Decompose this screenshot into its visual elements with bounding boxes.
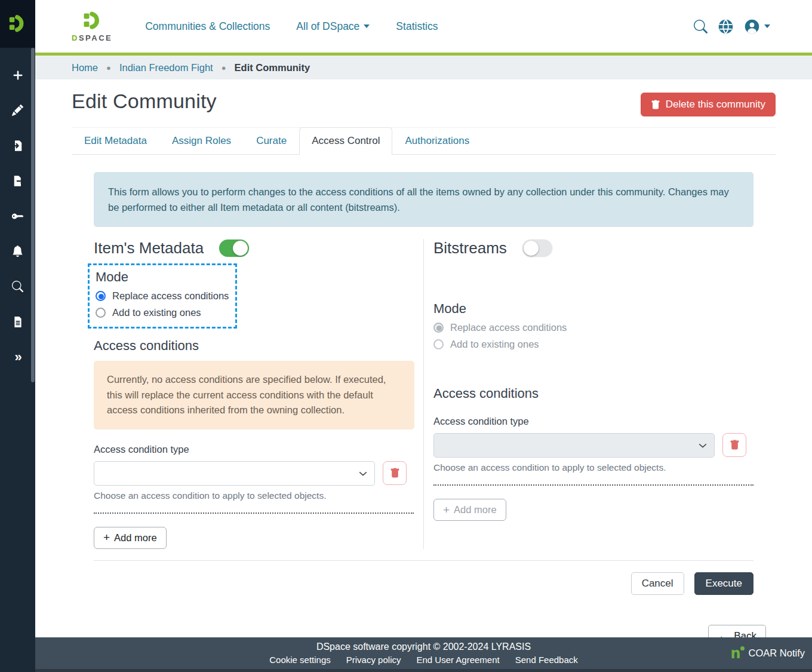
- language-button[interactable]: [718, 19, 734, 35]
- bitstreams-condition-type-label: Access condition type: [433, 416, 753, 427]
- tab-edit-metadata[interactable]: Edit Metadata: [72, 127, 159, 154]
- access-conditions-heading: Access conditions: [94, 338, 414, 354]
- cancel-button[interactable]: Cancel: [631, 572, 684, 595]
- coar-notify-link[interactable]: n COAR Notify: [730, 648, 805, 659]
- metadata-toggle[interactable]: [219, 240, 249, 257]
- tab-authorizations[interactable]: Authorizations: [392, 127, 482, 154]
- tab-curate[interactable]: Curate: [244, 127, 299, 154]
- breadcrumb-community[interactable]: Indian Freedom Fight: [119, 62, 213, 73]
- add-more-button[interactable]: + Add more: [94, 527, 167, 549]
- radio-icon: [96, 308, 106, 318]
- footer-link-cookie-settings[interactable]: Cookie settings: [269, 655, 331, 665]
- breadcrumb-current: Edit Community: [235, 62, 310, 73]
- nav-link-all-dspace[interactable]: All of DSpace: [296, 20, 370, 33]
- breadcrumb-separator: ●: [106, 63, 111, 72]
- page-title: Edit Community: [72, 90, 217, 113]
- tab-assign-roles[interactable]: Assign Roles: [159, 127, 244, 154]
- chevron-down-icon: [364, 24, 370, 28]
- chevron-down-icon: [764, 24, 770, 28]
- back-button[interactable]: ← Back: [708, 625, 766, 638]
- dotted-divider: [433, 484, 753, 486]
- radio-icon: [433, 339, 444, 349]
- chevron-down-icon: [359, 470, 367, 478]
- access-condition-type-select[interactable]: [94, 461, 375, 486]
- mode-highlight-box: Mode Replace access conditions Add to ex…: [88, 263, 237, 329]
- coar-notify-label: COAR Notify: [749, 648, 805, 659]
- bitstreams-radio-replace: Replace access conditions: [433, 322, 753, 333]
- globe-icon: [718, 19, 734, 35]
- bitstreams-select-helper-text: Choose an access condition to apply to s…: [433, 462, 753, 473]
- breadcrumb: Home ● Indian Freedom Fight ● Edit Commu…: [35, 56, 812, 79]
- access-condition-type-label: Access condition type: [94, 444, 414, 455]
- bitstreams-add-more-button: + Add more: [433, 499, 506, 521]
- trash-icon: [651, 100, 660, 110]
- sidebar-item-new[interactable]: [0, 57, 35, 93]
- sidebar-item-reports[interactable]: [0, 304, 35, 339]
- breadcrumb-home[interactable]: Home: [72, 62, 98, 73]
- top-navbar: DSPACE Communities & Collections All of …: [35, 0, 812, 53]
- dspace-glyph-icon: [81, 11, 103, 32]
- tab-bar: Edit Metadata Assign Roles Curate Access…: [72, 127, 776, 155]
- plus-icon: +: [443, 505, 450, 515]
- sidebar-item-edit[interactable]: [0, 93, 35, 128]
- footer-link-send-feedback[interactable]: Send Feedback: [515, 655, 578, 665]
- plus-icon: +: [103, 533, 110, 542]
- radio-icon: [433, 323, 444, 333]
- tab-access-control[interactable]: Access Control: [299, 127, 392, 155]
- execute-button[interactable]: Execute: [694, 572, 753, 595]
- toggle-knob: [524, 241, 539, 256]
- double-chevron-right-icon: »: [14, 349, 20, 365]
- remove-condition-button[interactable]: [383, 461, 407, 485]
- main-content: Edit Community Delete this community Edi…: [35, 79, 812, 637]
- dotted-divider: [94, 513, 414, 514]
- brand-wordmark: DSPACE: [72, 33, 112, 42]
- bitstreams-toggle[interactable]: [522, 240, 552, 257]
- trash-icon: [390, 468, 400, 478]
- plus-icon: [12, 69, 24, 81]
- bitstreams-remove-condition-button[interactable]: [722, 433, 746, 457]
- sidebar-item-notifications[interactable]: [0, 234, 35, 269]
- search-icon: [12, 281, 23, 292]
- file-import-icon: [12, 140, 24, 152]
- key-icon: [12, 210, 24, 222]
- sidebar-expand[interactable]: »: [0, 339, 35, 375]
- radio-replace-access-conditions[interactable]: Replace access conditions: [96, 290, 229, 302]
- bitstreams-condition-type-select: [433, 433, 715, 458]
- bitstreams-radio-add: Add to existing ones: [433, 339, 753, 350]
- search-icon: [694, 20, 708, 33]
- search-button[interactable]: [694, 20, 708, 33]
- nav-link-statistics[interactable]: Statistics: [396, 20, 438, 33]
- radio-icon: [96, 291, 106, 301]
- edit-community-page: » DSPACE Communities & Collections All o…: [0, 0, 812, 672]
- metadata-section: Item's Metadata Mode Replace access cond…: [94, 239, 424, 549]
- dspace-logo-mini[interactable]: [0, 0, 35, 48]
- delete-community-button[interactable]: Delete this community: [641, 93, 776, 116]
- pencil-icon: [12, 105, 23, 116]
- footer: DSpace software copyright © 2002-2024 LY…: [35, 637, 812, 672]
- chevron-down-icon: [699, 441, 707, 450]
- person-circle-icon: [744, 19, 760, 35]
- radio-add-to-existing[interactable]: Add to existing ones: [96, 307, 229, 318]
- trash-icon: [730, 440, 740, 450]
- footer-link-end-user-agreement[interactable]: End User Agreement: [416, 655, 499, 665]
- nav-link-communities[interactable]: Communities & Collections: [145, 20, 270, 33]
- user-menu[interactable]: [744, 19, 770, 35]
- info-alert: This form allows you to perform changes …: [94, 172, 753, 227]
- footer-copyright[interactable]: DSpace software copyright © 2002-2024 LY…: [316, 642, 531, 652]
- sidebar-scrollbar[interactable]: [31, 48, 35, 382]
- sidebar-item-import[interactable]: [0, 128, 35, 163]
- bell-icon: [12, 246, 23, 257]
- sidebar-item-export[interactable]: [0, 163, 35, 198]
- sidebar-item-search[interactable]: [0, 269, 35, 304]
- bitstreams-mode-heading: Mode: [433, 301, 753, 317]
- form-divider: [94, 560, 753, 561]
- breadcrumb-separator: ●: [222, 63, 226, 72]
- file-export-icon: [12, 175, 24, 187]
- sidebar-item-access-control[interactable]: [0, 198, 35, 234]
- coar-notify-icon: n: [730, 648, 740, 659]
- footer-link-privacy-policy[interactable]: Privacy policy: [346, 655, 401, 665]
- toggle-knob: [233, 241, 248, 256]
- metadata-heading: Item's Metadata: [94, 239, 204, 257]
- dspace-brand[interactable]: DSPACE: [72, 11, 112, 42]
- no-conditions-warning: Currently, no access conditions are spec…: [94, 361, 414, 429]
